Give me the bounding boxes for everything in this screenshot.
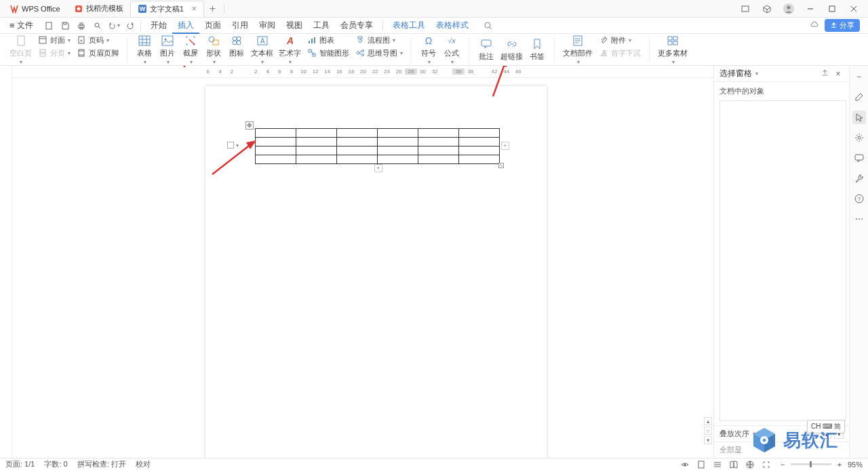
wrench-tool-icon[interactable] (852, 172, 866, 185)
save-icon[interactable] (59, 20, 71, 32)
zoom-slider[interactable] (791, 463, 831, 465)
row-marker-dropdown-icon[interactable]: ▾ (236, 142, 239, 149)
cloud-icon[interactable] (810, 20, 819, 31)
menu-tab-7[interactable]: 会员专享 (335, 18, 378, 34)
app-tab[interactable]: WPS Office (3, 1, 67, 17)
table-row[interactable] (256, 138, 500, 146)
page-scroll-buttons: ▴ ○ ▾ (704, 417, 712, 444)
mindmap-button[interactable]: 思维导图▾ (353, 47, 404, 59)
menu-tab-5[interactable]: 视图 (281, 18, 308, 34)
user-avatar-icon[interactable] (781, 1, 796, 16)
header-footer-button[interactable]: 页眉页脚 (75, 47, 120, 59)
textbox-button[interactable]: A文本框▾ (250, 34, 275, 65)
table-button[interactable]: 表格▾ (134, 34, 155, 65)
more-tool-icon[interactable]: ⋯ (852, 212, 866, 226)
search-icon[interactable] (478, 18, 498, 34)
eye-icon[interactable] (679, 459, 690, 470)
pane-object-list[interactable] (719, 100, 846, 421)
fullscreen-icon[interactable] (761, 459, 772, 470)
pane-dropdown-icon[interactable]: ▾ (755, 71, 758, 77)
doc-parts-button[interactable]: 文档部件▾ (561, 34, 594, 65)
add-tab-button[interactable]: + (204, 3, 221, 15)
status-spellcheck[interactable]: 拼写检查: 打开 (77, 459, 126, 469)
menu-tab-4[interactable]: 审阅 (254, 18, 281, 34)
screenshot-button[interactable]: 截屏▾ (180, 34, 201, 65)
dropcap-button[interactable]: A首字下沉 (597, 47, 642, 59)
window-cube-icon[interactable] (760, 1, 774, 16)
page-number-button[interactable]: #页码▾ (75, 34, 120, 46)
hyperlink-button[interactable]: 超链接 (499, 37, 524, 62)
shape-button[interactable]: 形状▾ (203, 34, 224, 65)
new-doc-icon[interactable] (43, 20, 55, 32)
collapse-pane-icon[interactable]: − (852, 70, 866, 83)
redo-icon[interactable] (124, 20, 136, 32)
table-row[interactable] (256, 146, 500, 155)
table-object[interactable]: ✥ + + ⤡ (255, 128, 500, 164)
zoom-percent[interactable]: 95% (848, 461, 863, 469)
view-print-icon[interactable] (696, 459, 707, 470)
attachment-button[interactable]: 附件▾ (597, 34, 642, 46)
menu-tab-1[interactable]: 插入 (172, 18, 199, 34)
menu-tab-2[interactable]: 页面 (199, 18, 226, 34)
share-button[interactable]: 分享 (825, 19, 860, 32)
table-row[interactable] (256, 155, 500, 164)
flowchart-button[interactable]: 流程图▾ (353, 34, 404, 46)
document-tab[interactable]: W 文字文稿1 × (130, 1, 204, 17)
menu-tab-3[interactable]: 引用 (226, 18, 254, 34)
chat-tool-icon[interactable] (852, 151, 866, 165)
pane-pin-icon[interactable] (819, 69, 830, 79)
table-add-column-button[interactable]: + (501, 142, 509, 150)
menu-tab-9[interactable]: 表格样式 (431, 18, 474, 34)
minimize-button[interactable] (803, 1, 818, 16)
equation-button[interactable]: √x公式▾ (441, 34, 462, 65)
more-material-button[interactable]: 更多素材▾ (656, 34, 689, 65)
print-preview-icon[interactable] (92, 20, 104, 32)
edit-tool-icon[interactable] (852, 90, 866, 104)
scroll-down-icon[interactable]: ▾ (704, 436, 712, 444)
show-all-label[interactable]: 全部显 (719, 445, 742, 455)
table-resize-handle[interactable]: ⤡ (498, 163, 504, 168)
comment-button[interactable]: 批注 (476, 37, 496, 62)
row-marker[interactable]: ▾ (227, 142, 239, 149)
select-tool-icon[interactable] (852, 111, 866, 124)
wordart-button[interactable]: A艺术字▾ (277, 34, 302, 65)
settings-tool-icon[interactable] (852, 131, 866, 144)
menu-tab-6[interactable]: 工具 (308, 18, 335, 34)
zoom-out-icon[interactable]: − (777, 459, 788, 470)
page-break-button[interactable]: 分页▾ (36, 47, 72, 59)
svg-point-51 (357, 52, 359, 54)
picture-button[interactable]: 图片▾ (157, 34, 178, 65)
smartart-button[interactable]: 智能图形 (305, 47, 351, 59)
print-icon[interactable] (75, 20, 87, 32)
scroll-up-icon[interactable]: ▴ (704, 417, 712, 425)
view-outline-icon[interactable] (712, 459, 723, 470)
menu-tab-0[interactable]: 开始 (145, 18, 172, 34)
symbol-button[interactable]: Ω符号▾ (418, 34, 439, 65)
close-tab-icon[interactable]: × (192, 4, 197, 14)
table-row[interactable] (256, 129, 500, 138)
close-window-button[interactable] (846, 1, 861, 16)
document-table[interactable] (255, 128, 500, 164)
view-web-icon[interactable] (745, 459, 755, 470)
menu-tab-8[interactable]: 表格工具 (387, 18, 431, 34)
blank-page-button[interactable]: 空白页▾ (8, 34, 33, 65)
pane-close-icon[interactable]: × (833, 69, 844, 79)
status-proofing[interactable]: 校对 (136, 459, 151, 469)
zoom-in-icon[interactable]: + (834, 459, 845, 470)
undo-icon[interactable]: ▾ (108, 20, 120, 32)
table-move-handle-icon[interactable]: ✥ (245, 121, 254, 130)
template-tab[interactable]: 找稻壳模板 (67, 1, 130, 17)
table-add-row-button[interactable]: + (374, 164, 382, 172)
status-page[interactable]: 页面: 1/1 (5, 459, 35, 469)
window-compact-icon[interactable] (738, 1, 753, 16)
file-menu[interactable]: ≡ 文件 (4, 18, 39, 34)
chart-button[interactable]: 图表 (305, 34, 351, 46)
status-words[interactable]: 字数: 0 (44, 459, 67, 469)
cover-button[interactable]: 封面▾ (36, 34, 72, 46)
help-tool-icon[interactable]: ? (852, 192, 866, 205)
view-read-icon[interactable] (728, 459, 739, 470)
maximize-button[interactable] (825, 1, 840, 16)
scroll-anchor-icon[interactable]: ○ (704, 427, 712, 435)
icon-button[interactable]: 图标 (226, 34, 247, 58)
bookmark-button[interactable]: 书签 (527, 37, 547, 62)
